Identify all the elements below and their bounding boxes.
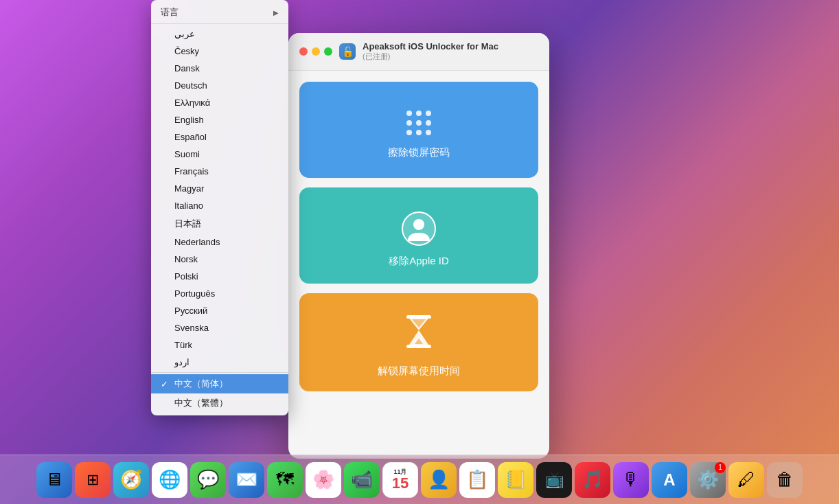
lang-turkish[interactable]: Türk bbox=[151, 336, 288, 354]
window-title-area: Apeaksoft iOS Unlocker for Mac (已注册) bbox=[363, 41, 498, 62]
lang-italian[interactable]: Italiano bbox=[151, 197, 288, 214]
dock-music[interactable]: 🎵 bbox=[575, 462, 610, 498]
wipe-passcode-label: 擦除锁屏密码 bbox=[388, 146, 450, 159]
reminders-icon: 📋 bbox=[466, 469, 488, 490]
lang-chinese-traditional[interactable]: 中文（繁體） bbox=[151, 393, 288, 413]
maximize-button[interactable] bbox=[324, 47, 332, 56]
dock-reminders[interactable]: 📋 bbox=[459, 462, 495, 498]
hourglass-icon bbox=[402, 314, 435, 356]
dock-mail[interactable]: ✉️ bbox=[229, 462, 264, 498]
dot-9 bbox=[426, 130, 431, 135]
lang-urdu[interactable]: اردو bbox=[151, 354, 288, 371]
notes-icon: 📒 bbox=[505, 469, 527, 490]
language-menu: 语言 ▶ عربي Česky Dansk Deutsch Ελληνικά E… bbox=[151, 0, 288, 415]
app-icon: 🔓 bbox=[339, 43, 356, 60]
dock-appstore[interactable]: A bbox=[652, 462, 687, 498]
messages-icon: 💬 bbox=[197, 469, 219, 490]
appletv-icon: 📺 bbox=[545, 471, 564, 489]
person-icon bbox=[401, 211, 437, 247]
dock-safari[interactable]: 🧭 bbox=[113, 462, 149, 498]
lang-german[interactable]: Deutsch bbox=[151, 77, 288, 94]
dock-notes[interactable]: 📒 bbox=[498, 462, 533, 498]
podcasts-icon: 🎙 bbox=[622, 469, 640, 490]
dock-finder[interactable]: 🖥 bbox=[36, 462, 72, 498]
window-title: Apeaksoft iOS Unlocker for Mac bbox=[363, 41, 498, 51]
chevron-right-icon: ▶ bbox=[273, 9, 279, 16]
dot-4 bbox=[406, 120, 412, 126]
lang-french[interactable]: Français bbox=[151, 163, 288, 180]
dock-contacts[interactable]: 👤 bbox=[421, 462, 457, 498]
dot-6 bbox=[426, 120, 431, 126]
lang-japanese[interactable]: 日本語 bbox=[151, 214, 288, 233]
launchpad-icon: ⊞ bbox=[87, 471, 99, 489]
window-titlebar: 🔓 Apeaksoft iOS Unlocker for Mac (已注册) bbox=[288, 33, 549, 71]
dot-5 bbox=[416, 120, 422, 126]
wipe-passcode-card[interactable]: 擦除锁屏密码 bbox=[299, 82, 538, 178]
screen-time-label: 解锁屏幕使用时间 bbox=[378, 365, 460, 378]
touchretouch-icon: 🖊 bbox=[737, 469, 755, 490]
screen-time-card[interactable]: 解锁屏幕使用时间 bbox=[299, 293, 538, 391]
close-button[interactable] bbox=[299, 47, 308, 56]
svg-point-1 bbox=[413, 219, 424, 230]
dock-maps[interactable]: 🗺 bbox=[267, 462, 303, 498]
lang-chinese-simplified[interactable]: ✓中文（简体） bbox=[151, 374, 288, 393]
dot-7 bbox=[406, 130, 412, 135]
window-body: 擦除锁屏密码 移除Apple ID 解锁屏幕使用时间 bbox=[288, 71, 549, 458]
dot-1 bbox=[406, 111, 412, 116]
dock-podcasts[interactable]: 🎙 bbox=[613, 462, 649, 498]
trash-icon: 🗑 bbox=[776, 469, 794, 490]
dock-launchpad[interactable]: ⊞ bbox=[75, 462, 111, 498]
dock-chrome[interactable]: 🌐 bbox=[152, 462, 187, 498]
language-menu-header: 语言 ▶ bbox=[151, 3, 288, 22]
dock-appletv[interactable]: 📺 bbox=[536, 462, 572, 498]
chrome-icon: 🌐 bbox=[159, 469, 181, 490]
mail-icon: ✉️ bbox=[235, 469, 257, 490]
dock-calendar[interactable]: 11月15 bbox=[382, 462, 418, 498]
dock-photos[interactable]: 🌸 bbox=[306, 462, 341, 498]
lang-russian[interactable]: Русский bbox=[151, 302, 288, 319]
dot-2 bbox=[416, 111, 422, 116]
dot-8 bbox=[416, 130, 422, 135]
systemprefs-icon: ⚙️ bbox=[697, 469, 719, 490]
dock-touchretouch[interactable]: 🖊 bbox=[728, 462, 764, 498]
lang-greek[interactable]: Ελληνικά bbox=[151, 94, 288, 111]
contacts-icon: 👤 bbox=[428, 469, 450, 490]
lang-hungarian[interactable]: Magyar bbox=[151, 180, 288, 197]
lang-polish[interactable]: Polski bbox=[151, 268, 288, 285]
safari-icon: 🧭 bbox=[120, 469, 142, 490]
traffic-lights bbox=[299, 47, 332, 56]
lang-portuguese[interactable]: Português bbox=[151, 285, 288, 302]
minimize-button[interactable] bbox=[312, 47, 320, 56]
dock: 🖥 ⊞ 🧭 🌐 💬 ✉️ 🗺 🌸 📹 11月15 👤 📋 📒 bbox=[0, 455, 839, 504]
lang-dutch[interactable]: Nederlands bbox=[151, 233, 288, 251]
dock-systemprefs[interactable]: ⚙️ 1 bbox=[690, 462, 726, 498]
lang-spanish[interactable]: Español bbox=[151, 128, 288, 146]
dock-messages[interactable]: 💬 bbox=[190, 462, 226, 498]
calendar-icon: 11月15 bbox=[392, 468, 409, 491]
maps-icon: 🗺 bbox=[276, 469, 294, 490]
passcode-dots-icon bbox=[404, 108, 434, 138]
dot-3 bbox=[426, 111, 431, 116]
photos-icon: 🌸 bbox=[312, 469, 334, 490]
window-subtitle: (已注册) bbox=[363, 51, 498, 62]
systemprefs-badge: 1 bbox=[715, 462, 726, 473]
remove-appleid-label: 移除Apple ID bbox=[389, 255, 449, 268]
remove-appleid-card[interactable]: 移除Apple ID bbox=[299, 187, 538, 284]
dock-facetime[interactable]: 📹 bbox=[344, 462, 380, 498]
lang-finnish[interactable]: Suomi bbox=[151, 146, 288, 163]
music-icon: 🎵 bbox=[582, 469, 604, 490]
appstore-icon: A bbox=[663, 470, 675, 490]
svg-rect-3 bbox=[406, 345, 431, 348]
lang-swedish[interactable]: Svenska bbox=[151, 319, 288, 336]
lang-arabic[interactable]: عربي bbox=[151, 25, 288, 43]
lang-czech[interactable]: Česky bbox=[151, 43, 288, 60]
svg-rect-2 bbox=[406, 315, 431, 319]
lang-norwegian[interactable]: Norsk bbox=[151, 251, 288, 268]
finder-icon: 🖥 bbox=[45, 469, 63, 490]
lang-divider-bottom bbox=[151, 372, 288, 373]
lang-divider-top bbox=[151, 23, 288, 24]
lang-english[interactable]: English bbox=[151, 111, 288, 128]
dock-trash[interactable]: 🗑 bbox=[767, 462, 803, 498]
app-window: 🔓 Apeaksoft iOS Unlocker for Mac (已注册) 擦… bbox=[288, 33, 549, 459]
lang-danish[interactable]: Dansk bbox=[151, 60, 288, 77]
